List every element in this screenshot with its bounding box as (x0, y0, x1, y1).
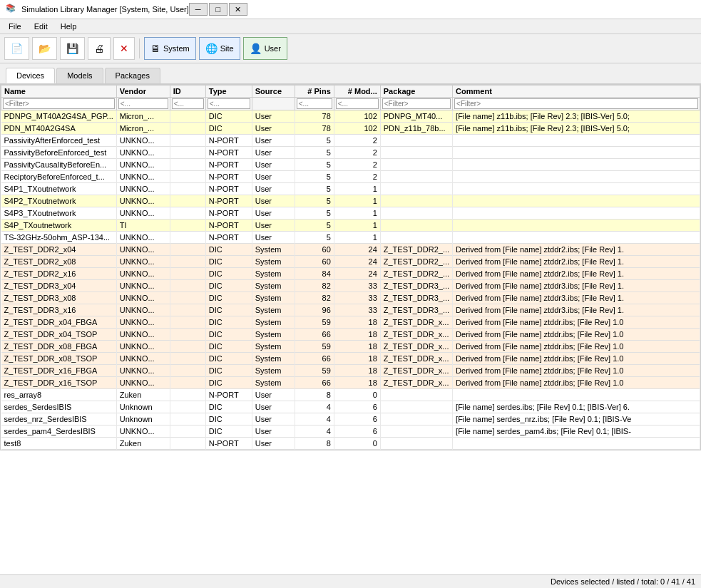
table-row[interactable]: TS-32GHz-50ohm_ASP-134...UNKNO...N-PORTU… (1, 232, 700, 244)
table-row[interactable]: Z_TEST_DDR3_x16UNKNO...DICSystem9633Z_TE… (1, 304, 700, 316)
filter-type-cell[interactable] (205, 98, 252, 110)
table-cell: Z_TEST_DDR3_... (380, 292, 452, 304)
table-cell: DIC (205, 401, 252, 413)
table-cell: Z_TEST_DDR_x16_TSOP (1, 377, 117, 389)
table-row[interactable]: S4P_TXoutnetworkTIN-PORTUser51 (1, 220, 700, 232)
table-cell: 18 (334, 365, 380, 377)
table-row[interactable]: S4P2_TXoutnetworkUNKNO...N-PORTUser51 (1, 195, 700, 207)
col-header-comment: Comment (453, 86, 700, 98)
menu-help[interactable]: Help (55, 21, 83, 32)
col-header-id: ID (170, 86, 205, 98)
devices-table: Name Vendor ID Type Source # Pins # Mod.… (1, 85, 700, 450)
table-cell: UNKNO... (116, 171, 170, 183)
table-row[interactable]: ReciptoryBeforeEnforced_t...UNKNO...N-PO… (1, 171, 700, 183)
filter-models-cell[interactable] (334, 98, 380, 110)
table-cell: 78 (295, 123, 334, 135)
table-row[interactable]: res_array8ZukenN-PORTUser80 (1, 389, 700, 401)
table-row[interactable]: test8ZukenN-PORTUser80 (1, 438, 700, 450)
user-button[interactable]: 👤 User (243, 37, 287, 60)
content-area: Name Vendor ID Type Source # Pins # Mod.… (0, 84, 701, 574)
table-cell: 102 (334, 123, 380, 135)
filter-vendor-cell[interactable] (116, 98, 170, 110)
table-cell: System (252, 341, 295, 353)
table-cell: 33 (334, 304, 380, 316)
table-cell: Z_TEST_DDR3_... (380, 304, 452, 316)
table-cell (453, 232, 700, 244)
table-row[interactable]: PassivityAfterEnforced_testUNKNO...N-POR… (1, 135, 700, 147)
table-row[interactable]: Z_TEST_DDR_x16_FBGAUNKNO...DICSystem5918… (1, 365, 700, 377)
table-row[interactable]: S4P3_TXoutnetworkUNKNO...N-PORTUser51 (1, 207, 700, 220)
table-cell (170, 220, 205, 232)
menu-file[interactable]: File (3, 21, 27, 32)
table-cell: Unknown (116, 401, 170, 413)
filter-pins-cell[interactable] (295, 98, 334, 110)
print-button[interactable]: 🖨 (88, 37, 111, 60)
table-row[interactable]: Z_TEST_DDR2_x08UNKNO...DICSystem6024Z_TE… (1, 256, 700, 268)
toolbar-separator (139, 38, 140, 58)
filter-name-cell[interactable] (1, 98, 117, 110)
table-cell: 2 (334, 147, 380, 159)
table-row[interactable]: Z_TEST_DDR2_x16UNKNO...DICSystem8424Z_TE… (1, 268, 700, 280)
filter-source-cell (252, 98, 295, 110)
table-cell (170, 413, 205, 425)
filter-id-cell[interactable] (170, 98, 205, 110)
filter-models-input[interactable] (336, 98, 379, 109)
table-row[interactable]: Z_TEST_DDR_x16_TSOPUNKNO...DICSystem6618… (1, 377, 700, 389)
new-button[interactable]: 📄 (4, 37, 29, 60)
table-cell: User (252, 159, 295, 171)
table-cell: UNKNO... (116, 353, 170, 365)
table-cell: System (252, 280, 295, 292)
table-row[interactable]: Z_TEST_DDR_x04_TSOPUNKNO...DICSystem6618… (1, 329, 700, 341)
system-button[interactable]: 🖥 System (144, 37, 196, 60)
open-button[interactable]: 📂 (32, 37, 57, 60)
table-row[interactable]: Z_TEST_DDR_x08_FBGAUNKNO...DICSystem5918… (1, 341, 700, 353)
table-cell (170, 353, 205, 365)
filter-id-input[interactable] (172, 98, 204, 109)
table-cell (170, 341, 205, 353)
table-cell (380, 425, 452, 438)
tab-models[interactable]: Models (56, 68, 103, 83)
table-container[interactable]: Name Vendor ID Type Source # Pins # Mod.… (0, 84, 701, 450)
filter-package-cell[interactable] (380, 98, 452, 110)
save-button[interactable]: 💾 (60, 37, 85, 60)
filter-type-input[interactable] (208, 98, 250, 109)
filter-comment-cell[interactable] (453, 98, 700, 110)
table-row[interactable]: PassivityCausalityBeforeEn...UNKNO...N-P… (1, 159, 700, 171)
filter-pins-input[interactable] (297, 98, 332, 109)
table-cell (170, 147, 205, 159)
tab-packages[interactable]: Packages (105, 68, 160, 83)
table-cell: Z_TEST_DDR2_x16 (1, 268, 117, 280)
table-row[interactable]: PDN_MT40A2G4SAMicron_...DICUser78102PDN_… (1, 123, 700, 135)
menu-bar: File Edit Help (0, 19, 701, 34)
table-cell: UNKNO... (116, 244, 170, 256)
table-row[interactable]: Z_TEST_DDR3_x08UNKNO...DICSystem8233Z_TE… (1, 292, 700, 304)
table-cell: 59 (295, 316, 334, 329)
table-row[interactable]: Z_TEST_DDR3_x04UNKNO...DICSystem8233Z_TE… (1, 280, 700, 292)
menu-edit[interactable]: Edit (29, 21, 53, 32)
table-row[interactable]: S4P1_TXoutnetworkUNKNO...N-PORTUser51 (1, 183, 700, 195)
table-row[interactable]: serdes_SerdesIBISUnknownDICUser46[File n… (1, 401, 700, 413)
table-row[interactable]: Z_TEST_DDR_x08_TSOPUNKNO...DICSystem6618… (1, 353, 700, 365)
tab-devices[interactable]: Devices (6, 68, 55, 83)
table-cell: UNKNO... (116, 316, 170, 329)
table-row[interactable]: Z_TEST_DDR2_x04UNKNO...DICSystem6024Z_TE… (1, 244, 700, 256)
table-row[interactable]: serdes_pam4_SerdesIBISUNKNO...DICUser46[… (1, 425, 700, 438)
minimize-button[interactable]: ─ (189, 3, 208, 16)
table-row[interactable]: Z_TEST_DDR_x04_FBGAUNKNO...DICSystem5918… (1, 316, 700, 329)
filter-comment-input[interactable] (454, 98, 698, 109)
table-cell: System (252, 256, 295, 268)
site-button[interactable]: 🌐 Site (199, 37, 240, 60)
status-text: Devices selected / listed / total: 0 / 4… (551, 577, 695, 586)
filter-name-input[interactable] (3, 98, 115, 109)
open-icon: 📂 (39, 43, 51, 54)
close-button[interactable]: ✕ (229, 3, 247, 16)
filter-vendor-input[interactable] (118, 98, 168, 109)
delete-button[interactable]: ✕ (113, 37, 135, 60)
table-row[interactable]: PDNPG_MT40A2G4SA_PGP...Micron_...DICUser… (1, 110, 700, 123)
table-wrapper[interactable]: Name Vendor ID Type Source # Pins # Mod.… (0, 84, 701, 574)
table-row[interactable]: serdes_nrz_SerdesIBISUnknownDICUser46[Fi… (1, 413, 700, 425)
filter-package-input[interactable] (382, 98, 451, 109)
table-row[interactable]: PassivityBeforeEnforced_testUNKNO...N-PO… (1, 147, 700, 159)
table-cell: System (252, 316, 295, 329)
maximize-button[interactable]: □ (209, 3, 227, 16)
